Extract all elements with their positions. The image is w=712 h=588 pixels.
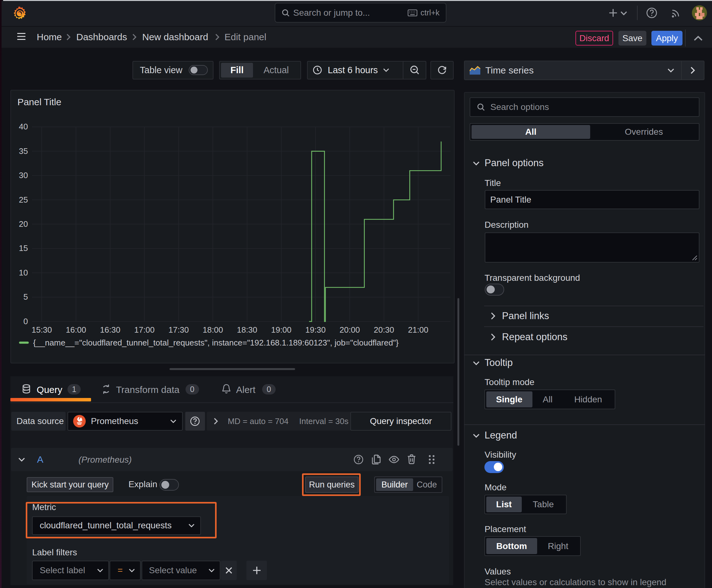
svg-text:16:30: 16:30 [100,325,121,335]
svg-text:15: 15 [19,244,28,253]
svg-text:25: 25 [19,195,28,204]
svg-text:40: 40 [19,122,28,131]
svg-text:35: 35 [19,146,28,155]
svg-text:18:00: 18:00 [203,325,223,335]
svg-text:20:30: 20:30 [374,325,394,335]
svg-text:{__name__="cloudflared_tunnel_: {__name__="cloudflared_tunnel_total_requ… [33,338,399,348]
svg-text:16:00: 16:00 [66,325,86,335]
svg-text:19:30: 19:30 [305,325,326,335]
svg-text:0: 0 [24,316,28,326]
svg-text:Panel Title: Panel Title [18,97,62,107]
svg-text:17:30: 17:30 [169,325,189,335]
svg-text:18:30: 18:30 [237,325,257,335]
svg-text:10: 10 [19,268,28,277]
svg-text:21:00: 21:00 [408,325,429,335]
svg-text:5: 5 [24,292,28,301]
svg-text:30: 30 [19,171,28,180]
svg-text:15:30: 15:30 [32,325,52,335]
svg-text:20: 20 [19,219,28,229]
svg-text:20:00: 20:00 [340,325,360,335]
svg-text:19:00: 19:00 [271,325,292,335]
svg-text:17:00: 17:00 [134,325,155,335]
